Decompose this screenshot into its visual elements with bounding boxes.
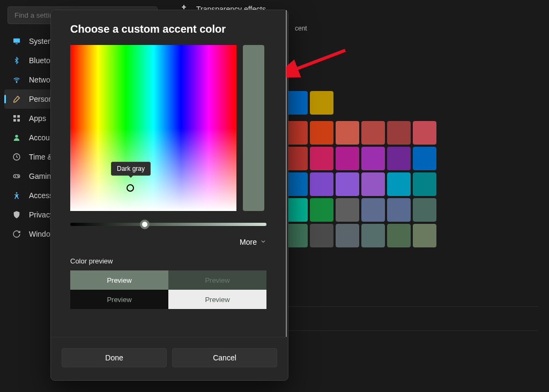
value-slider[interactable] xyxy=(70,223,266,226)
svg-rect-5 xyxy=(13,119,16,122)
svg-point-2 xyxy=(16,82,17,82)
color-swatch[interactable] xyxy=(361,121,385,145)
svg-point-11 xyxy=(18,176,19,177)
cancel-button[interactable]: Cancel xyxy=(172,348,277,367)
color-swatch[interactable] xyxy=(413,198,436,222)
color-swatch[interactable] xyxy=(361,147,385,170)
color-swatch[interactable] xyxy=(387,121,411,145)
done-button[interactable]: Done xyxy=(62,348,167,367)
recent-colors-row xyxy=(284,91,538,115)
accent-caption-partial: cent xyxy=(295,25,538,32)
color-swatch[interactable] xyxy=(336,121,359,145)
svg-rect-4 xyxy=(17,115,20,118)
color-tooltip: Dark gray xyxy=(111,162,151,176)
color-swatch[interactable] xyxy=(361,198,385,222)
monitor-icon xyxy=(12,36,21,46)
gamepad-icon xyxy=(12,171,21,181)
recent-color-swatch[interactable] xyxy=(310,91,333,115)
color-swatch[interactable] xyxy=(310,198,333,222)
dialog-body: Choose a custom accent color Dark gray M… xyxy=(51,10,287,337)
person-icon xyxy=(12,133,21,142)
svg-rect-3 xyxy=(13,115,16,118)
accent-color-grid xyxy=(284,121,538,247)
color-swatch[interactable] xyxy=(336,172,359,196)
clock-icon xyxy=(12,152,21,162)
selected-color-sample xyxy=(243,45,264,211)
color-swatch[interactable] xyxy=(387,147,411,170)
color-preview-grid: Preview Preview Preview Preview xyxy=(70,270,266,309)
value-slider-thumb[interactable] xyxy=(140,220,150,229)
color-swatch[interactable] xyxy=(361,224,385,247)
update-icon xyxy=(12,229,21,239)
color-swatch[interactable] xyxy=(413,172,436,196)
chevron-down-icon xyxy=(260,238,266,246)
preview-dark-bg: Preview xyxy=(70,290,168,309)
color-swatch[interactable] xyxy=(387,224,411,247)
shield-icon xyxy=(12,210,21,220)
color-picker-cursor[interactable] xyxy=(127,184,134,192)
color-swatch[interactable] xyxy=(413,121,436,145)
color-swatch[interactable] xyxy=(310,147,333,170)
color-swatch[interactable] xyxy=(336,198,359,222)
nav-item-label: Apps xyxy=(29,114,46,123)
color-swatch[interactable] xyxy=(336,224,359,247)
color-swatch[interactable] xyxy=(413,224,436,247)
svg-rect-1 xyxy=(16,43,18,44)
bluetooth-icon xyxy=(12,56,21,65)
color-swatch[interactable] xyxy=(413,147,436,170)
preview-accent-muted: Preview xyxy=(168,270,266,290)
color-swatch[interactable] xyxy=(310,224,333,247)
more-toggle[interactable]: More xyxy=(70,236,266,253)
svg-rect-6 xyxy=(17,119,20,122)
color-swatch[interactable] xyxy=(387,172,411,196)
preview-light-bg: Preview xyxy=(168,290,266,309)
color-swatch[interactable] xyxy=(310,121,333,145)
color-swatch[interactable] xyxy=(387,198,411,222)
preview-accent-light: Preview xyxy=(70,270,168,290)
svg-point-12 xyxy=(16,192,18,194)
dialog-title: Choose a custom accent color xyxy=(70,23,266,35)
dialog-button-row: Done Cancel xyxy=(51,337,288,380)
svg-rect-0 xyxy=(13,39,20,43)
apps-icon xyxy=(12,114,21,123)
color-spectrum-picker[interactable]: Dark gray xyxy=(70,45,236,211)
access-icon xyxy=(12,191,21,200)
color-preview-heading: Color preview xyxy=(70,257,266,265)
color-swatch[interactable] xyxy=(361,172,385,196)
more-label: More xyxy=(240,238,257,246)
svg-point-7 xyxy=(15,135,18,138)
brush-icon xyxy=(12,94,21,104)
color-swatch[interactable] xyxy=(310,172,333,196)
color-swatch[interactable] xyxy=(336,147,359,170)
accent-color-dialog: Choose a custom accent color Dark gray M… xyxy=(50,10,288,381)
wifi-icon xyxy=(12,75,21,85)
